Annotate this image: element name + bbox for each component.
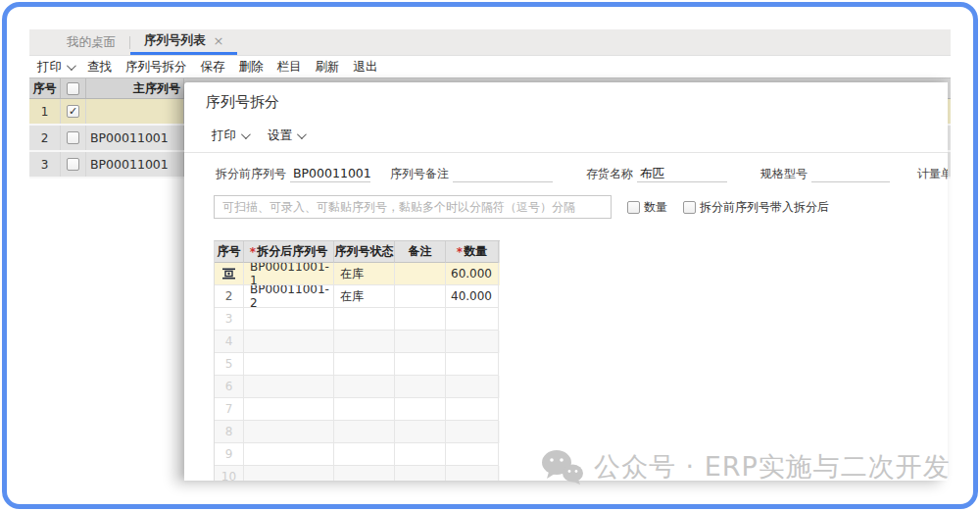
list-toolbar: 打印 查找 序列号拆分 保存 删除 栏目 刷新 退出 bbox=[29, 56, 951, 78]
serial-remark-value[interactable] bbox=[453, 166, 553, 182]
field-spec-model: 规格型号 bbox=[760, 166, 890, 182]
grid-cell-note[interactable] bbox=[395, 263, 446, 285]
grid-cell-serial[interactable]: BP00011001-2 bbox=[244, 285, 334, 308]
grid-cell-no: 5 bbox=[215, 353, 244, 376]
watermark: 公众号 · ERP实施与二次开发 bbox=[541, 449, 951, 485]
exit-button[interactable]: 退出 bbox=[354, 59, 378, 76]
field-item-name: 存货名称 布匹 bbox=[586, 166, 727, 182]
tab-my-desktop-label: 我的桌面 bbox=[67, 34, 116, 51]
field-unit: 计量单位 bbox=[917, 166, 948, 182]
grid-cell-status[interactable]: 在库 bbox=[334, 285, 395, 308]
print-button[interactable]: 打印 bbox=[37, 59, 74, 76]
spec-model-value[interactable] bbox=[811, 166, 890, 182]
grid-cell-serial[interactable]: BP00011001-1 bbox=[244, 263, 334, 285]
close-tab-icon[interactable]: × bbox=[214, 33, 224, 48]
caret-down-icon bbox=[297, 129, 307, 139]
wechat-icon bbox=[541, 449, 584, 485]
grid-cell-status[interactable]: 在库 bbox=[334, 263, 395, 285]
quantity-option-label: 数量 bbox=[644, 199, 667, 216]
watermark-text: 公众号 · ERP实施与二次开发 bbox=[594, 449, 951, 485]
option-quantity[interactable]: 数量 bbox=[627, 199, 667, 216]
serial-split-label: 序列号拆分 bbox=[125, 59, 187, 76]
split-grid-header: 序号 *拆分后序列号 序列号状态 备注 *数量 bbox=[215, 241, 500, 263]
grid-cell-note[interactable] bbox=[395, 285, 446, 308]
tab-my-desktop[interactable]: 我的桌面 bbox=[53, 29, 129, 55]
quantity-checkbox[interactable] bbox=[627, 201, 640, 214]
dialog-settings-button[interactable]: 设置 bbox=[268, 128, 304, 144]
serial-before-value[interactable]: BP00011001 bbox=[290, 166, 370, 182]
tab-bar: 我的桌面 序列号列表 × bbox=[29, 29, 951, 56]
row-index: 3 bbox=[29, 152, 61, 177]
print-label: 打印 bbox=[37, 59, 62, 76]
dialog-print-label: 打印 bbox=[212, 128, 236, 144]
grid-header-note: 备注 bbox=[395, 241, 446, 263]
grid-header-no: 序号 bbox=[215, 241, 244, 263]
exit-label: 退出 bbox=[354, 59, 378, 76]
dialog-print-button[interactable]: 打印 bbox=[212, 128, 248, 144]
app-window: 我的桌面 序列号列表 × 打印 查找 序列号拆分 保存 删除 栏目 刷新 退出 … bbox=[29, 29, 951, 481]
required-mark: * bbox=[457, 245, 463, 259]
current-row-icon bbox=[222, 268, 235, 280]
grid-row-empty[interactable]: 10 bbox=[215, 466, 500, 481]
caret-down-icon bbox=[67, 61, 76, 71]
grid-cell-no: 6 bbox=[215, 376, 244, 398]
serial-split-dialog: 序列号拆分 打印 设置 拆分前序列号 BP00011001 序列号备注 存货名称… bbox=[184, 82, 948, 481]
required-mark: * bbox=[250, 245, 256, 259]
header-main-serial: 主序列号 bbox=[86, 78, 184, 98]
scan-serial-input[interactable] bbox=[214, 195, 612, 219]
option-carry-serial[interactable]: 拆分前序列号带入拆分后 bbox=[683, 199, 829, 216]
carry-serial-checkbox[interactable] bbox=[683, 201, 696, 214]
dialog-title: 序列号拆分 bbox=[184, 82, 948, 112]
row-checkbox[interactable] bbox=[67, 158, 79, 171]
item-name-value[interactable]: 布匹 bbox=[637, 166, 727, 182]
grid-row-empty[interactable]: 6 bbox=[215, 376, 500, 398]
row-main-serial bbox=[86, 99, 184, 124]
grid-cell-no: 8 bbox=[215, 421, 244, 443]
refresh-label: 刷新 bbox=[316, 59, 340, 76]
select-all-checkbox[interactable] bbox=[67, 82, 79, 95]
row-checkbox-checked[interactable]: ✓ bbox=[67, 105, 79, 118]
row-main-serial: BP00011001 bbox=[86, 152, 184, 177]
serial-split-button[interactable]: 序列号拆分 bbox=[125, 59, 187, 76]
caret-down-icon bbox=[241, 129, 251, 139]
grid-row-empty[interactable]: 8 bbox=[215, 421, 500, 443]
save-button[interactable]: 保存 bbox=[201, 59, 225, 76]
tab-serial-list[interactable]: 序列号列表 × bbox=[130, 29, 237, 55]
dialog-toolbar-divider bbox=[184, 152, 948, 153]
grid-header-status: 序列号状态 bbox=[334, 241, 395, 263]
grid-row-empty[interactable]: 3 bbox=[215, 308, 500, 331]
refresh-button[interactable]: 刷新 bbox=[316, 59, 340, 76]
dialog-toolbar: 打印 设置 bbox=[184, 128, 948, 144]
find-button[interactable]: 查找 bbox=[87, 59, 112, 76]
grid-cell-no: 10 bbox=[215, 466, 244, 481]
grid-cell-qty[interactable]: 60.000 bbox=[446, 263, 499, 285]
serial-remark-label: 序列号备注 bbox=[390, 166, 449, 182]
split-grid: 序号 *拆分后序列号 序列号状态 备注 *数量 BP00011001-1 在库 bbox=[214, 240, 500, 481]
find-label: 查找 bbox=[87, 59, 112, 76]
header-checkbox[interactable] bbox=[61, 78, 86, 98]
grid-row-empty[interactable]: 4 bbox=[215, 331, 500, 353]
row-checkbox[interactable] bbox=[67, 131, 79, 144]
unit-label: 计量单位 bbox=[917, 166, 948, 182]
grid-cell-no: 4 bbox=[215, 331, 244, 353]
grid-row-empty[interactable]: 9 bbox=[215, 443, 500, 466]
delete-button[interactable]: 删除 bbox=[239, 59, 264, 76]
columns-button[interactable]: 栏目 bbox=[277, 59, 302, 76]
grid-header-qty: *数量 bbox=[446, 241, 499, 263]
grid-header-serial: *拆分后序列号 bbox=[244, 241, 334, 263]
row-main-serial: BP00011001 bbox=[86, 126, 184, 150]
columns-label: 栏目 bbox=[277, 59, 302, 76]
grid-cell-qty[interactable]: 40.000 bbox=[446, 285, 499, 308]
grid-row-empty[interactable]: 5 bbox=[215, 353, 500, 376]
carry-serial-option-label: 拆分前序列号带入拆分后 bbox=[700, 199, 829, 216]
header-index: 序号 bbox=[29, 78, 61, 98]
dialog-settings-label: 设置 bbox=[268, 128, 292, 144]
grid-row[interactable]: 2 BP00011001-2 在库 40.000 bbox=[215, 285, 500, 308]
row-index: 2 bbox=[29, 126, 61, 150]
row-index: 1 bbox=[29, 99, 61, 124]
field-serial-remark: 序列号备注 bbox=[390, 166, 553, 182]
grid-cell-no: 7 bbox=[215, 398, 244, 421]
grid-cell-no: 9 bbox=[215, 443, 244, 466]
grid-row-current[interactable]: BP00011001-1 在库 60.000 bbox=[215, 263, 500, 285]
grid-row-empty[interactable]: 7 bbox=[215, 398, 500, 421]
